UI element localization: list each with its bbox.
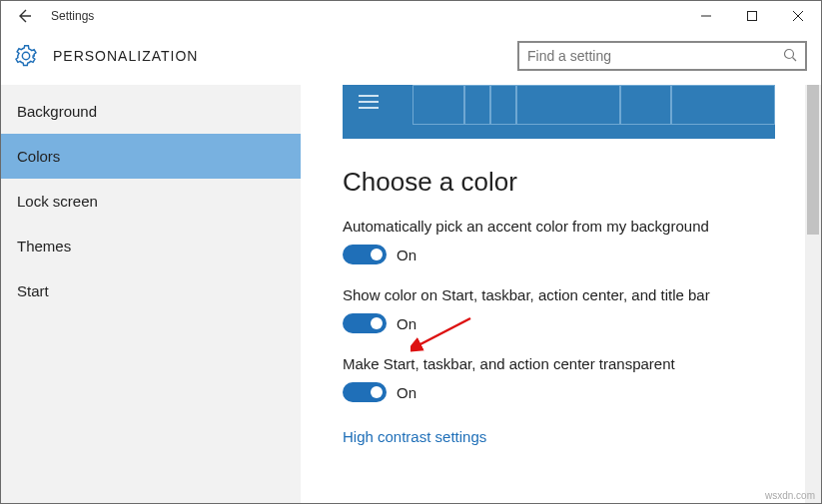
maximize-icon [747, 11, 757, 21]
back-arrow-icon [15, 7, 33, 25]
high-contrast-link[interactable]: High contrast settings [343, 428, 486, 445]
close-icon [793, 11, 803, 21]
toggle-show-color[interactable] [343, 313, 387, 333]
setting-label-transparent: Make Start, taskbar, and action center t… [343, 355, 775, 372]
toggle-row-transparent: On [343, 382, 775, 402]
sidebar-item-colors[interactable]: Colors [1, 134, 301, 179]
toggle-row-show-color: On [343, 313, 775, 333]
toggle-accent[interactable] [343, 245, 387, 264]
sidebar-item-start[interactable]: Start [1, 268, 301, 313]
page-title: PERSONALIZATION [53, 48, 198, 64]
sidebar-item-themes[interactable]: Themes [1, 224, 301, 268]
sidebar-item-lock-screen[interactable]: Lock screen [1, 179, 301, 224]
back-button[interactable] [1, 1, 47, 31]
toggle-state: On [397, 384, 416, 401]
scrollbar[interactable] [805, 85, 821, 503]
minimize-button[interactable] [683, 1, 729, 31]
scrollbar-thumb[interactable] [807, 85, 819, 235]
titlebar: Settings [1, 1, 821, 31]
toggle-state: On [397, 247, 416, 263]
settings-window: Settings PERSONALIZATION Background [0, 0, 822, 504]
toggle-state: On [397, 315, 416, 332]
toggle-knob [371, 386, 383, 398]
section-heading: Choose a color [343, 167, 775, 198]
sidebar-item-background[interactable]: Background [1, 89, 301, 134]
toggle-row-accent: On [343, 245, 775, 264]
window-title: Settings [47, 9, 94, 23]
search-box[interactable] [517, 41, 807, 71]
gear-icon [15, 45, 37, 67]
toggle-knob [371, 317, 383, 329]
close-button[interactable] [775, 1, 821, 31]
content: Choose a color Automatically pick an acc… [301, 85, 805, 503]
hamburger-icon [359, 91, 379, 113]
sidebar-item-label: Themes [17, 238, 71, 254]
header: PERSONALIZATION [1, 31, 821, 85]
toggle-knob [371, 249, 383, 260]
window-controls [683, 1, 821, 31]
sidebar-item-label: Start [17, 282, 49, 299]
setting-label-show-color: Show color on Start, taskbar, action cen… [343, 286, 775, 303]
content-wrap: Choose a color Automatically pick an acc… [301, 85, 821, 503]
search-icon [783, 48, 797, 65]
body: Background Colors Lock screen Themes Sta… [1, 85, 821, 503]
svg-rect-0 [748, 12, 757, 21]
toggle-transparent[interactable] [343, 382, 387, 402]
sidebar-item-label: Lock screen [17, 193, 98, 210]
watermark: wsxdn.com [765, 490, 815, 501]
sidebar: Background Colors Lock screen Themes Sta… [1, 85, 301, 503]
svg-point-1 [785, 49, 794, 58]
search-input[interactable] [527, 48, 783, 64]
sidebar-item-label: Background [17, 103, 97, 120]
preview-image [343, 85, 775, 139]
maximize-button[interactable] [729, 1, 775, 31]
sidebar-item-label: Colors [17, 148, 60, 165]
minimize-icon [701, 11, 711, 21]
setting-label-accent: Automatically pick an accent color from … [343, 218, 775, 235]
